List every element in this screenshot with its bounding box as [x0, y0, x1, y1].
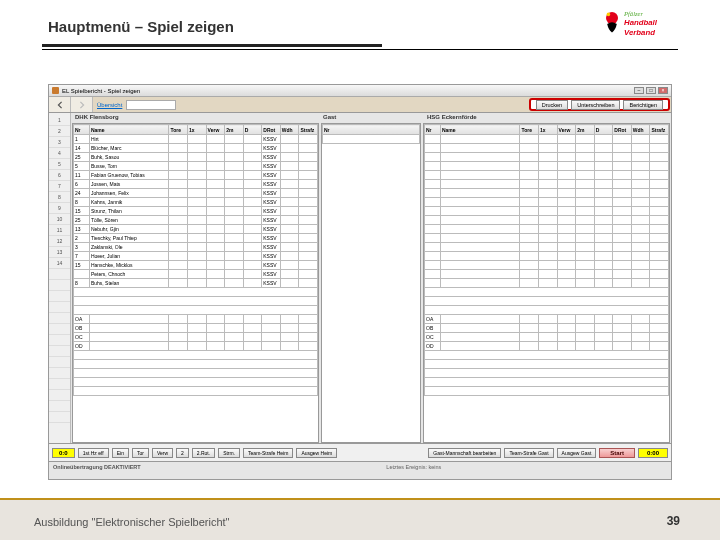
table-row[interactable]	[74, 360, 318, 369]
official-row[interactable]: OA	[74, 315, 318, 324]
table-row[interactable]	[425, 171, 669, 180]
table-row[interactable]	[74, 306, 318, 315]
table-row[interactable]: 25Buhk, SasouKSSV	[74, 153, 318, 162]
col-drot[interactable]: DRot	[613, 125, 632, 135]
official-row[interactable]: OD	[425, 342, 669, 351]
side-slot[interactable]	[49, 335, 70, 346]
team-penalty-home-button[interactable]: Team-Strafe Heim	[243, 448, 293, 458]
side-slot[interactable]	[49, 390, 70, 401]
side-slot[interactable]	[49, 280, 70, 291]
table-row[interactable]: 1HirtKSSV	[74, 135, 318, 144]
two-min-button[interactable]: 2	[176, 448, 189, 458]
maximize-button[interactable]: □	[646, 87, 656, 94]
table-row[interactable]	[425, 279, 669, 288]
official-row[interactable]: OB	[74, 324, 318, 333]
edit-guest-button[interactable]: Gast-Mannschaft bearbeiten	[428, 448, 501, 458]
side-slot[interactable]: 3	[49, 137, 70, 148]
table-row[interactable]	[74, 378, 318, 387]
table-row[interactable]	[74, 351, 318, 360]
table-row[interactable]	[425, 378, 669, 387]
table-row[interactable]: 11Fabian Gruenow, TobiasKSSV	[74, 171, 318, 180]
side-slot[interactable]	[49, 302, 70, 313]
col-d[interactable]: D	[243, 125, 262, 135]
side-slot[interactable]: 2	[49, 126, 70, 137]
col-verw[interactable]: Verw	[557, 125, 576, 135]
table-row[interactable]: 7Hoeer, JulianKSSV	[74, 252, 318, 261]
table-row[interactable]	[323, 135, 420, 144]
table-row[interactable]	[74, 288, 318, 297]
side-slot[interactable]: 13	[49, 247, 70, 258]
table-row[interactable]	[425, 135, 669, 144]
col-name[interactable]: Name	[440, 125, 520, 135]
on-button[interactable]: Ein	[112, 448, 129, 458]
table-row[interactable]: 6Jossen, MatsKSSV	[74, 180, 318, 189]
col-1x[interactable]: 1x	[188, 125, 207, 135]
col-d[interactable]: D	[594, 125, 613, 135]
official-row[interactable]: OC	[74, 333, 318, 342]
side-slot[interactable]: 6	[49, 170, 70, 181]
table-row[interactable]: 2Tieschky, Paul ThiepKSSV	[74, 234, 318, 243]
side-slot[interactable]	[49, 291, 70, 302]
table-row[interactable]	[425, 387, 669, 396]
side-slot[interactable]: 8	[49, 192, 70, 203]
warning-button[interactable]: Verw	[152, 448, 173, 458]
team-penalty-guest-button[interactable]: Team-Strafe Gast	[504, 448, 553, 458]
table-row[interactable]: 14Blücher, MarcKSSV	[74, 144, 318, 153]
nav-forward-button[interactable]	[71, 97, 93, 112]
table-row[interactable]: 8Kahns, JannikKSSV	[74, 198, 318, 207]
penalty-button[interactable]: Strm.	[218, 448, 240, 458]
side-slot[interactable]: 9	[49, 203, 70, 214]
table-row[interactable]	[425, 153, 669, 162]
table-row[interactable]: 5Busse, TomKSSV	[74, 162, 318, 171]
table-row[interactable]	[425, 144, 669, 153]
side-slot[interactable]	[49, 401, 70, 412]
table-row[interactable]	[425, 198, 669, 207]
table-row[interactable]	[425, 207, 669, 216]
table-row[interactable]: Peters, ChnochKSSV	[74, 270, 318, 279]
side-slot[interactable]	[49, 313, 70, 324]
col-tore[interactable]: Tore	[520, 125, 539, 135]
table-row[interactable]	[425, 297, 669, 306]
col-drot[interactable]: DRot	[262, 125, 281, 135]
col-nr[interactable]: Nr	[323, 125, 420, 135]
table-row[interactable]	[425, 351, 669, 360]
table-row[interactable]	[425, 189, 669, 198]
col-2m[interactable]: 2m	[225, 125, 244, 135]
assign-home-button[interactable]: Ausgew Heim	[296, 448, 337, 458]
table-row[interactable]	[425, 270, 669, 279]
col-wdh[interactable]: Wdh	[631, 125, 650, 135]
col-1x[interactable]: 1x	[539, 125, 558, 135]
side-slot[interactable]: 7	[49, 181, 70, 192]
goal-button[interactable]: Tor	[132, 448, 149, 458]
col-name[interactable]: Name	[89, 125, 169, 135]
table-row[interactable]	[74, 387, 318, 396]
table-row[interactable]	[425, 216, 669, 225]
side-slot[interactable]	[49, 324, 70, 335]
side-slot[interactable]	[49, 269, 70, 280]
table-row[interactable]	[425, 234, 669, 243]
nav-search-input[interactable]	[126, 100, 176, 110]
col-strafz[interactable]: Strafz	[650, 125, 669, 135]
side-slot[interactable]	[49, 368, 70, 379]
table-row[interactable]: 15Hanschke, MicklosKSSV	[74, 261, 318, 270]
col-wdh[interactable]: Wdh	[280, 125, 299, 135]
table-row[interactable]	[425, 162, 669, 171]
table-row[interactable]	[425, 225, 669, 234]
table-row[interactable]: 15Strunz, ThilanKSSV	[74, 207, 318, 216]
table-row[interactable]	[425, 252, 669, 261]
table-row[interactable]	[425, 243, 669, 252]
minimize-button[interactable]: –	[634, 87, 644, 94]
official-row[interactable]: OD	[74, 342, 318, 351]
official-row[interactable]: OA	[425, 315, 669, 324]
side-slot[interactable]: 11	[49, 225, 70, 236]
official-row[interactable]: OC	[425, 333, 669, 342]
col-nr[interactable]: Nr	[74, 125, 90, 135]
side-slot[interactable]: 14	[49, 258, 70, 269]
table-row[interactable]: 3Zaklanski, OleKSSV	[74, 243, 318, 252]
assign-guest-button[interactable]: Ausgew Gast	[557, 448, 597, 458]
col-verw[interactable]: Verw	[206, 125, 225, 135]
second-red-button[interactable]: 2.Rot.	[192, 448, 215, 458]
side-slot[interactable]	[49, 346, 70, 357]
nav-back-button[interactable]	[49, 97, 71, 112]
table-row[interactable]	[74, 297, 318, 306]
